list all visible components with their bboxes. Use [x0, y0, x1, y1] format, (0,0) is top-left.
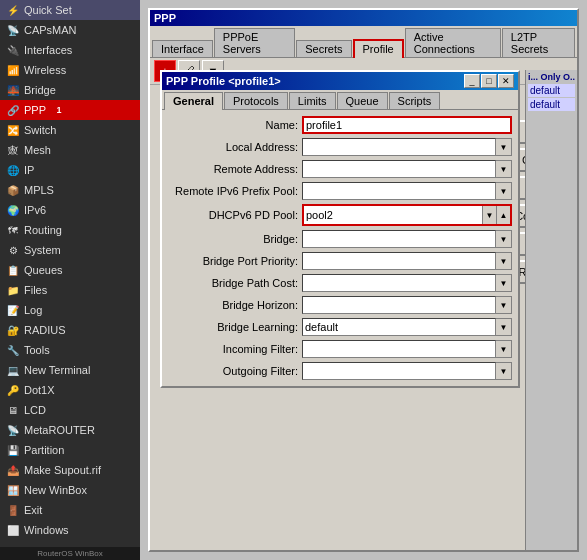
remote-address-arrow[interactable]: ▼ [496, 160, 512, 178]
make-supout-icon: 📤 [6, 463, 20, 477]
bridge-learning-row: Bridge Learning: ▼ [168, 318, 512, 336]
outgoing-filter-input[interactable] [302, 362, 496, 380]
sidebar-item-ipv6[interactable]: 🌍 IPv6 [0, 200, 140, 220]
local-address-label: Local Address: [168, 141, 298, 153]
sidebar-item-log[interactable]: 📝 Log [0, 300, 140, 320]
tab-l2tp-secrets[interactable]: L2TP Secrets [502, 28, 575, 57]
ip-icon: 🌐 [6, 163, 20, 177]
sidebar-item-windows[interactable]: ⬜ Windows [0, 520, 140, 540]
bridge-input[interactable] [302, 230, 496, 248]
sidebar-item-quick-set[interactable]: ⚡ Quick Set [0, 0, 140, 20]
capsman-icon: 📡 [6, 23, 20, 37]
bridge-port-priority-input[interactable] [302, 252, 496, 270]
sidebar-item-new-terminal[interactable]: 💻 New Terminal [0, 360, 140, 380]
sidebar-label-quick-set: Quick Set [24, 4, 72, 16]
sidebar-item-new-winbox[interactable]: 🪟 New WinBox [0, 480, 140, 500]
outgoing-filter-wrapper: ▼ [302, 362, 512, 380]
tab-pppoe-servers[interactable]: PPPoE Servers [214, 28, 295, 57]
sidebar-item-routing[interactable]: 🗺 Routing [0, 220, 140, 240]
sidebar-item-partition[interactable]: 💾 Partition [0, 440, 140, 460]
sidebar-item-capsman[interactable]: 📡 CAPsMAN [0, 20, 140, 40]
remote-ipv6-row: Remote IPv6 Prefix Pool: ▼ [168, 182, 512, 200]
bridge-label: Bridge: [168, 233, 298, 245]
dhcp-input[interactable] [304, 206, 482, 224]
bridge-port-priority-arrow[interactable]: ▼ [496, 252, 512, 270]
sidebar-label-lcd: LCD [24, 404, 46, 416]
sidebar-label-queues: Queues [24, 264, 63, 276]
remote-ipv6-arrow[interactable]: ▼ [496, 182, 512, 200]
right-panel-row-1: default [528, 84, 575, 97]
bridge-learning-input[interactable] [302, 318, 496, 336]
sidebar: ⚡ Quick Set 📡 CAPsMAN 🔌 Interfaces 📶 Wir… [0, 0, 140, 560]
routing-icon: 🗺 [6, 223, 20, 237]
bridge-learning-wrapper: ▼ [302, 318, 512, 336]
dialog-tab-protocols[interactable]: Protocols [224, 92, 288, 109]
name-label: Name: [168, 119, 298, 131]
sidebar-item-interfaces[interactable]: 🔌 Interfaces [0, 40, 140, 60]
sidebar-item-radius[interactable]: 🔐 RADIUS [0, 320, 140, 340]
right-panel-header: i... Only O... [528, 72, 575, 82]
log-icon: 📝 [6, 303, 20, 317]
sidebar-label-ipv6: IPv6 [24, 204, 46, 216]
incoming-filter-arrow[interactable]: ▼ [496, 340, 512, 358]
sidebar-item-tools[interactable]: 🔧 Tools [0, 340, 140, 360]
local-address-input[interactable] [302, 138, 496, 156]
tab-profiles[interactable]: Profile [353, 39, 404, 58]
sidebar-label-windows: Windows [24, 524, 69, 536]
dialog-minimize-button[interactable]: _ [464, 74, 480, 88]
dhcp-up-button[interactable]: ▲ [496, 206, 510, 224]
bridge-path-cost-arrow[interactable]: ▼ [496, 274, 512, 292]
sidebar-item-bridge[interactable]: 🌉 Bridge [0, 80, 140, 100]
bridge-path-cost-input[interactable] [302, 274, 496, 292]
sidebar-item-dot1x[interactable]: 🔑 Dot1X [0, 380, 140, 400]
bridge-arrow[interactable]: ▼ [496, 230, 512, 248]
sidebar-label-system: System [24, 244, 61, 256]
dhcp-dropdown-arrow[interactable]: ▼ [482, 206, 496, 224]
name-input[interactable] [302, 116, 512, 134]
sidebar-item-mpls[interactable]: 📦 MPLS [0, 180, 140, 200]
bridge-path-cost-row: Bridge Path Cost: ▼ [168, 274, 512, 292]
sidebar-item-metarouter[interactable]: 📡 MetaROUTER [0, 420, 140, 440]
remote-address-input[interactable] [302, 160, 496, 178]
dialog-tab-general[interactable]: General [164, 92, 223, 110]
sidebar-item-wireless[interactable]: 📶 Wireless [0, 60, 140, 80]
wireless-icon: 📶 [6, 63, 20, 77]
ppp-titlebar: PPP [150, 10, 577, 26]
dialog-tab-queue[interactable]: Queue [337, 92, 388, 109]
local-address-arrow[interactable]: ▼ [496, 138, 512, 156]
sidebar-item-ppp[interactable]: 🔗 PPP 1 [0, 100, 140, 120]
dialog-tab-limits[interactable]: Limits [289, 92, 336, 109]
sidebar-label-ip: IP [24, 164, 34, 176]
remote-address-label: Remote Address: [168, 163, 298, 175]
dialog-tab-scripts[interactable]: Scripts [389, 92, 441, 109]
dialog-title: PPP Profile <profile1> [166, 75, 281, 87]
dialog-maximize-button[interactable]: □ [481, 74, 497, 88]
outgoing-filter-label: Outgoing Filter: [168, 365, 298, 377]
sidebar-label-ppp: PPP [24, 104, 46, 116]
dialog-close-button[interactable]: ✕ [498, 74, 514, 88]
sidebar-item-switch[interactable]: 🔀 Switch [0, 120, 140, 140]
dhcp-select-container: ▼ ▲ [302, 204, 512, 226]
tab-interface[interactable]: Interface [152, 40, 213, 57]
sidebar-item-queues[interactable]: 📋 Queues [0, 260, 140, 280]
tab-secrets[interactable]: Secrets [296, 40, 351, 57]
sidebar-item-system[interactable]: ⚙ System [0, 240, 140, 260]
sidebar-label-routing: Routing [24, 224, 62, 236]
bridge-port-priority-row: Bridge Port Priority: ▼ [168, 252, 512, 270]
remote-ipv6-input[interactable] [302, 182, 496, 200]
sidebar-item-mesh[interactable]: 🕸 Mesh [0, 140, 140, 160]
tab-active-connections[interactable]: Active Connections [405, 28, 501, 57]
ppp-tabs: Interface PPPoE Servers Secrets Profile … [150, 26, 577, 58]
bridge-learning-arrow[interactable]: ▼ [496, 318, 512, 336]
sidebar-item-files[interactable]: 📁 Files [0, 280, 140, 300]
sidebar-label-dot1x: Dot1X [24, 384, 55, 396]
sidebar-label-files: Files [24, 284, 47, 296]
outgoing-filter-arrow[interactable]: ▼ [496, 362, 512, 380]
sidebar-item-exit[interactable]: 🚪 Exit [0, 500, 140, 520]
sidebar-item-make-supout[interactable]: 📤 Make Supout.rif [0, 460, 140, 480]
bridge-horizon-input[interactable] [302, 296, 496, 314]
bridge-horizon-arrow[interactable]: ▼ [496, 296, 512, 314]
incoming-filter-input[interactable] [302, 340, 496, 358]
sidebar-item-lcd[interactable]: 🖥 LCD [0, 400, 140, 420]
sidebar-item-ip[interactable]: 🌐 IP [0, 160, 140, 180]
